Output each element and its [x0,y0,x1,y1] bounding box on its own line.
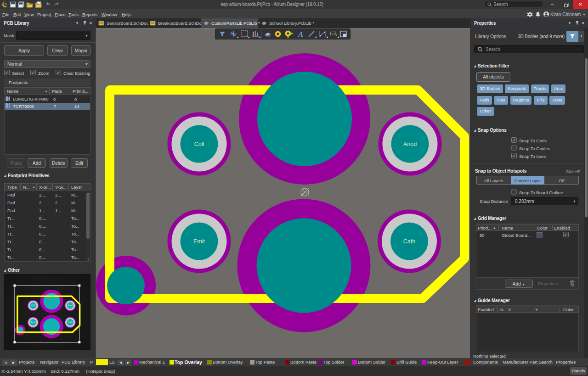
svg-text:Anod: Anod [68,304,73,307]
svg-text:10: 10 [332,32,336,36]
svg-text:Coll: Coll [31,304,35,307]
svg-text:Anod: Anod [403,141,417,147]
svg-text:Coll: Coll [194,141,204,147]
svg-text:Cath: Cath [403,238,415,245]
svg-text:Emit: Emit [31,321,36,324]
svg-text:A: A [298,30,303,39]
svg-text:Emit: Emit [193,238,205,245]
svg-text:Cath: Cath [68,321,73,324]
